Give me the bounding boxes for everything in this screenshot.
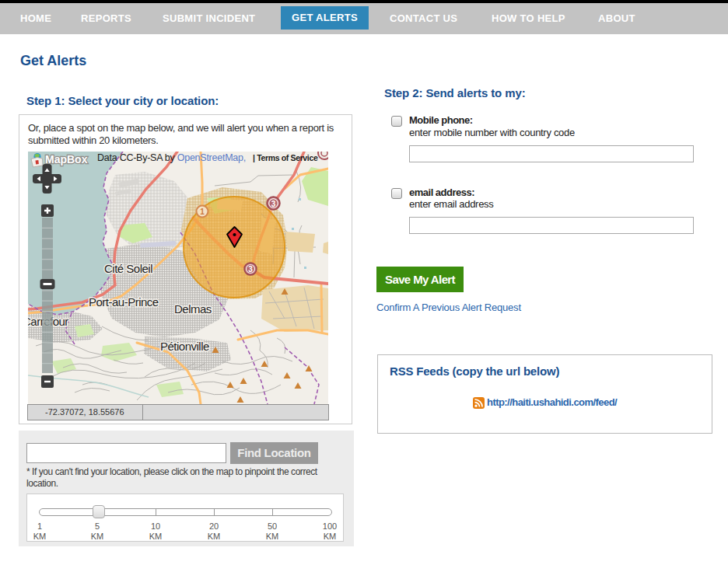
svg-text:MapBox: MapBox [45, 153, 88, 166]
svg-text:| Terms of Service: | Terms of Service [253, 153, 318, 162]
svg-text:Port-au-Prince: Port-au-Prince [89, 295, 159, 309]
svg-text:3: 3 [248, 265, 253, 274]
svg-text:3: 3 [271, 200, 276, 208]
svg-text:Delmas: Delmas [174, 302, 212, 316]
svg-text:Cité Soleil: Cité Soleil [104, 262, 152, 275]
svg-text:Data CC-By-SA by OpenStreetMap: Data CC-By-SA by OpenStreetMap, [97, 152, 246, 163]
svg-text:Pétionville: Pétionville [160, 340, 209, 353]
svg-text:1: 1 [200, 208, 205, 216]
